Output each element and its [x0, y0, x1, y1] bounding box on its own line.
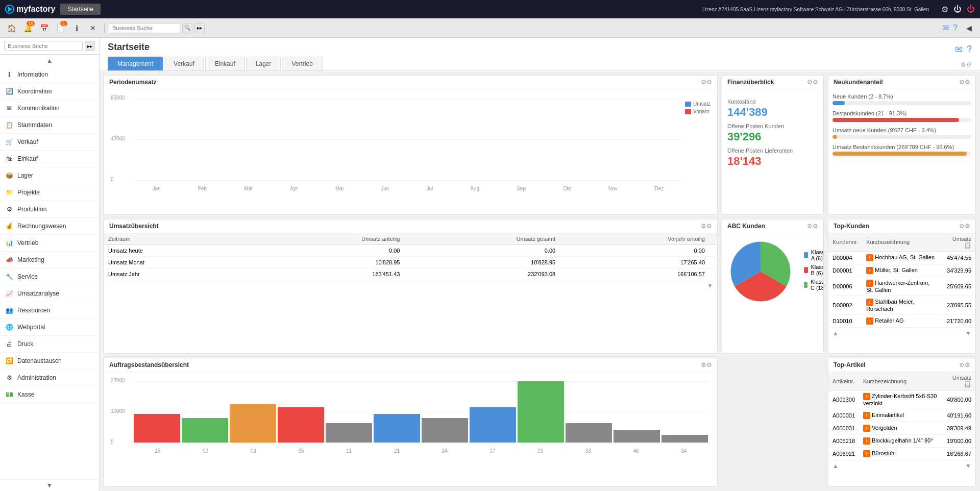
kunden-scroll-up[interactable]: ▲: [832, 330, 839, 337]
sidebar-item-service[interactable]: 🔧 Service: [0, 268, 99, 285]
business-search-input[interactable]: [109, 23, 180, 33]
sidebar-item-information[interactable]: ℹ Information: [0, 66, 99, 83]
rechnungswesen-nav-label: Rechnungswesen: [17, 223, 66, 230]
tab-einkauf[interactable]: Einkauf: [205, 57, 245, 70]
exit-icon[interactable]: ⏻: [967, 5, 975, 14]
kunden-scroll-down[interactable]: ▼: [965, 330, 971, 337]
info-icon[interactable]: !: [866, 254, 873, 261]
email-icon-toolbar[interactable]: ✉: [942, 23, 949, 33]
power-icon[interactable]: ⏻: [953, 5, 962, 14]
info-icon[interactable]: !: [863, 412, 870, 419]
info-icon[interactable]: !: [866, 317, 873, 325]
information-nav-label: Information: [17, 71, 48, 78]
sidebar-item-rechnungswesen[interactable]: 💰 Rechnungswesen: [0, 218, 99, 235]
periodenumsatz-header: Periodenumsatz ⚙⚙: [104, 76, 717, 89]
periodenumsatz-config-icon[interactable]: ⚙⚙: [701, 79, 712, 86]
sidebar-item-projekte[interactable]: 📁 Projekte: [0, 184, 99, 201]
search-button[interactable]: 🔍: [182, 23, 192, 33]
cell-vorjahr: 166'106.57: [559, 268, 709, 280]
marketing-nav-label: Marketing: [17, 256, 44, 263]
info-icon[interactable]: !: [866, 267, 873, 274]
neukunden-header: Neukundenanteil ⚙⚙: [828, 76, 975, 89]
neukunden-config-icon[interactable]: ⚙⚙: [959, 79, 970, 86]
artikel-scroll-up[interactable]: ▲: [832, 462, 839, 470]
abc-config-icon[interactable]: ⚙⚙: [807, 223, 818, 230]
question-icon[interactable]: ?: [967, 44, 972, 55]
auftrags-x-label-46: 46: [633, 448, 639, 454]
scroll-down-btn[interactable]: ▼: [707, 282, 713, 289]
auftrags-x-label-34: 34: [681, 448, 687, 454]
sidebar-item-einkauf[interactable]: 🛍 Einkauf: [0, 151, 99, 167]
notification-icon[interactable]: 🔔16: [20, 21, 35, 35]
sidebar-item-druck[interactable]: 🖨 Druck: [0, 336, 99, 353]
sidebar-item-umsatzanalyse[interactable]: 📈 Umsatzanalyse: [0, 285, 99, 302]
sidebar-item-koordination[interactable]: 🔄 Koordination: [0, 83, 99, 100]
collapse-sidebar-button[interactable]: ◀: [962, 21, 976, 35]
sidebar-search-input[interactable]: [4, 41, 83, 51]
datenaustausch-nav-label: Datenaustausch: [17, 357, 62, 364]
sidebar-item-lager[interactable]: 📦 Lager: [0, 167, 99, 184]
info-icon[interactable]: ℹ: [69, 21, 84, 35]
sidebar-item-kommunikation[interactable]: ✉ Kommunikation: [0, 100, 99, 117]
umsatz-config-icon[interactable]: ⚙⚙: [701, 223, 712, 230]
umsatzanalyse-nav-label: Umsatzanalyse: [17, 290, 59, 297]
sidebar-item-vertrieb[interactable]: 📊 Vertrieb: [0, 235, 99, 252]
tab-lager[interactable]: Lager: [246, 57, 281, 70]
settings-icon[interactable]: ⚙: [941, 5, 948, 14]
info-icon[interactable]: !: [866, 280, 873, 287]
neukunden-title: Neukundenanteil: [834, 79, 883, 86]
help-icon-toolbar[interactable]: ?: [953, 23, 958, 33]
sidebar-search-button[interactable]: ▸▸: [85, 41, 95, 51]
artikel-scroll-down[interactable]: ▼: [965, 462, 971, 470]
sidebar-scroll-up[interactable]: ▲: [0, 55, 99, 66]
cell-zeitraum: Umsatz heute: [104, 244, 251, 256]
search-options-button[interactable]: ▸▸: [194, 23, 205, 33]
sidebar-item-stammdaten[interactable]: 📋 Stammdaten: [0, 117, 99, 134]
offene-kunden-value: 39'296: [727, 130, 818, 143]
finanz-actions: ⚙⚙: [807, 79, 818, 86]
email-icon[interactable]: ✉: [955, 44, 963, 55]
umsatz-widget: Umsatzübersicht ⚙⚙ Zeitraum Umsatz antei…: [104, 219, 718, 354]
auftrags-config-icon[interactable]: ⚙⚙: [701, 361, 712, 369]
current-tab[interactable]: Startseite: [60, 4, 101, 15]
auftrags-actions: ⚙⚙: [701, 361, 712, 369]
sidebar-item-produktion[interactable]: ⚙ Produktion: [0, 201, 99, 218]
top-kunden-widget: Top-Kunden ⚙⚙ Kundennr. Kurzbezeichnung …: [828, 219, 976, 354]
logo-play-icon: [8, 7, 12, 12]
info-icon[interactable]: !: [863, 425, 870, 432]
neukunden-actions: ⚙⚙: [959, 79, 970, 86]
sidebar-item-datenaustausch[interactable]: 🔁 Datenaustausch: [0, 353, 99, 370]
top-kunden-config-icon[interactable]: ⚙⚙: [959, 223, 970, 230]
sidebar-item-kasse[interactable]: 💵 Kasse: [0, 386, 99, 403]
finanz-config-icon[interactable]: ⚙⚙: [807, 79, 818, 86]
tab-vertrieb[interactable]: Vertrieb: [282, 57, 322, 70]
sidebar-item-administration[interactable]: ⚙ Administration: [0, 370, 99, 386]
sidebar-item-verkauf[interactable]: 🛒 Verkauf: [0, 134, 99, 151]
close-icon[interactable]: ✕: [86, 21, 100, 35]
info-icon[interactable]: !: [863, 450, 870, 457]
tab-verkauf[interactable]: Verkauf: [164, 57, 204, 70]
info-icon[interactable]: !: [866, 299, 873, 306]
sidebar-item-marketing[interactable]: 📣 Marketing: [0, 252, 99, 268]
sidebar-item-ressourcen[interactable]: 👥 Ressourcen: [0, 302, 99, 319]
calendar-icon[interactable]: 📅: [37, 21, 51, 35]
progress-bar: [832, 101, 971, 105]
info-icon[interactable]: !: [863, 393, 870, 400]
doc-icon[interactable]: 📄1: [53, 21, 67, 35]
info-icon[interactable]: !: [863, 437, 870, 445]
periodenumsatz-widget: Periodenumsatz ⚙⚙ 80000400000JanFebMärAp…: [104, 75, 718, 215]
sidebar-item-webportal[interactable]: 🌐 Webportal: [0, 319, 99, 336]
auftrags-bar-21: [374, 414, 420, 443]
sidebar-scroll-down[interactable]: ▼: [0, 479, 99, 491]
tab-management[interactable]: Management: [108, 57, 163, 70]
auftrags-x-label-05: 05: [299, 448, 304, 454]
top-artikel-body: Artikelnr. Kurzbezeichnung Umsatz 📋 A001…: [828, 372, 975, 472]
auftrags-bar-29: [518, 381, 564, 443]
abc-label: Klasse B (6): [811, 264, 824, 276]
home-icon[interactable]: 🏠: [4, 21, 18, 35]
webportal-nav-icon: 🌐: [5, 323, 13, 331]
cell-vorjahr: 0.00: [559, 244, 709, 256]
tab-settings-icon[interactable]: ⚙⚙: [961, 61, 972, 68]
top-artikel-config-icon[interactable]: ⚙⚙: [959, 361, 970, 369]
lager-nav-label: Lager: [17, 172, 33, 179]
